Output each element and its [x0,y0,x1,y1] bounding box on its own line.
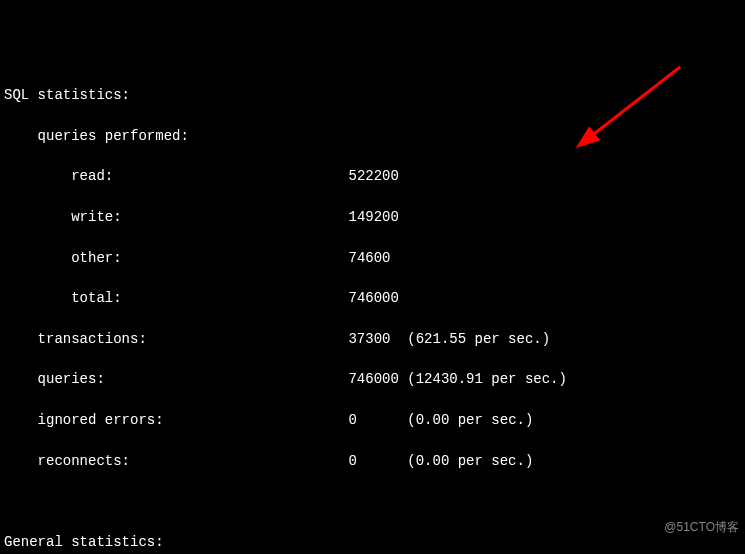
read-value: 522200 [348,168,398,184]
transactions-rate: (621.55 per sec.) [407,331,550,347]
write-row: write: 149200 [4,207,745,227]
reconnects-value: 0 [348,453,356,469]
read-row: read: 522200 [4,166,745,186]
total-label: total: [71,290,121,306]
reconnects-row: reconnects: 0 (0.00 per sec.) [4,451,745,471]
read-label: read: [71,168,113,184]
queries-row: queries: 746000 (12430.91 per sec.) [4,369,745,389]
other-label: other: [71,250,121,266]
reconnects-label: reconnects: [38,453,130,469]
watermark-text: @51CTO博客 [664,519,739,536]
queries-performed-label: queries performed: [4,126,745,146]
sql-stats-title: SQL statistics: [4,85,745,105]
ignored-errors-value: 0 [348,412,356,428]
blank-1 [4,491,745,511]
general-stats-title: General statistics: [4,532,745,552]
ignored-errors-label: ignored errors: [38,412,164,428]
transactions-row: transactions: 37300 (621.55 per sec.) [4,329,745,349]
ignored-errors-rate: (0.00 per sec.) [407,412,533,428]
queries-label: queries: [38,371,105,387]
total-value: 746000 [348,290,398,306]
write-label: write: [71,209,121,225]
ignored-errors-row: ignored errors: 0 (0.00 per sec.) [4,410,745,430]
label: queries performed: [38,128,189,144]
reconnects-rate: (0.00 per sec.) [407,453,533,469]
transactions-value: 37300 [348,331,390,347]
other-row: other: 74600 [4,248,745,268]
other-value: 74600 [348,250,390,266]
queries-value: 746000 [348,371,398,387]
total-row: total: 746000 [4,288,745,308]
write-value: 149200 [348,209,398,225]
queries-rate: (12430.91 per sec.) [407,371,567,387]
transactions-label: transactions: [38,331,147,347]
